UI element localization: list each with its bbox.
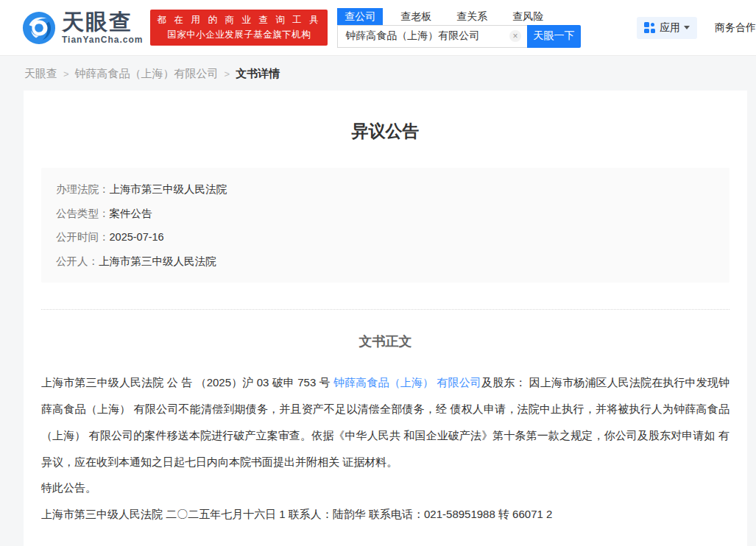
- search-tab-company[interactable]: 查公司: [337, 8, 383, 25]
- announcement-paragraph: 上海市第三中级人民法院 公 告 （2025）沪 03 破申 753 号 钟薛高食…: [41, 369, 729, 475]
- closing-line: 特此公告。: [41, 477, 729, 499]
- tianyancha-logo[interactable]: 天眼查 TianYanCha.com: [22, 11, 143, 45]
- document-title: 异议公告: [41, 120, 729, 143]
- search-tab-risk[interactable]: 查风险: [505, 8, 551, 25]
- search-input-wrap: ×: [337, 25, 527, 48]
- breadcrumb-company[interactable]: 钟薛高食品（上海）有限公司: [75, 67, 219, 81]
- brand-slogan-badge: 都 在 用 的 商 业 查 询 工 具 国家中小企业发展子基金旗下机构: [150, 10, 328, 46]
- breadcrumb-separator: >: [63, 68, 69, 79]
- info-row-type: 公告类型：案件公告: [56, 202, 715, 226]
- site-header: 天眼查 TianYanCha.com 都 在 用 的 商 业 查 询 工 具 国…: [0, 0, 756, 56]
- info-value: 上海市第三中级人民法院: [99, 255, 216, 267]
- chevron-down-icon: [684, 26, 690, 29]
- apps-dropdown[interactable]: 应用: [637, 17, 697, 39]
- breadcrumb-current: 文书详情: [236, 67, 280, 81]
- info-label: 办理法院：: [56, 183, 110, 195]
- company-link[interactable]: 钟薛高食品（上海） 有限公司: [333, 376, 481, 389]
- search-button[interactable]: 天眼一下: [527, 25, 581, 48]
- search-block: 查公司 查老板 查关系 查风险 × 天眼一下: [337, 8, 581, 48]
- breadcrumb-separator: >: [225, 68, 230, 79]
- apps-label: 应用: [660, 21, 680, 35]
- clear-icon[interactable]: ×: [509, 30, 521, 42]
- tianyancha-logo-icon: [22, 11, 56, 45]
- breadcrumb: 天眼查 > 钟薛高食品（上海）有限公司 > 文书详情: [0, 56, 756, 91]
- search-tab-relation[interactable]: 查关系: [449, 8, 495, 25]
- info-label: 公开时间：: [56, 231, 110, 243]
- apps-grid-icon: [644, 22, 655, 33]
- document-info-box: 办理法院：上海市第三中级人民法院 公告类型：案件公告 公开时间：2025-07-…: [41, 168, 729, 283]
- slogan-line-2: 国家中小企业发展子基金旗下机构: [157, 28, 321, 42]
- info-value: 2025-07-16: [110, 231, 164, 243]
- search-tabs: 查公司 查老板 查关系 查风险: [337, 8, 581, 25]
- body-section-title: 文书正文: [41, 333, 729, 350]
- info-label: 公开人：: [56, 255, 99, 267]
- info-value: 上海市第三中级人民法院: [110, 183, 227, 195]
- document-card: 异议公告 办理法院：上海市第三中级人民法院 公告类型：案件公告 公开时间：202…: [24, 91, 747, 546]
- search-tab-boss[interactable]: 查老板: [393, 8, 439, 25]
- info-row-publisher: 公开人：上海市第三中级人民法院: [56, 249, 715, 274]
- body-text-part1: 上海市第三中级人民法院 公 告 （2025）沪 03 破申 753 号: [41, 376, 333, 389]
- info-label: 公告类型：: [56, 208, 110, 219]
- search-input[interactable]: [345, 30, 509, 42]
- document-body: 上海市第三中级人民法院 公 告 （2025）沪 03 破申 753 号 钟薛高食…: [41, 369, 729, 525]
- info-value: 案件公告: [110, 208, 152, 219]
- info-row-court: 办理法院：上海市第三中级人民法院: [56, 177, 715, 202]
- info-row-date: 公开时间：2025-07-16: [56, 225, 715, 249]
- business-cooperation-link[interactable]: 商务合作: [715, 21, 756, 35]
- signature-line: 上海市第三中级人民法院 二〇二五年七月十六日 1 联系人：陆韵华 联系电话：02…: [41, 503, 729, 525]
- logo-domain-text: TianYanCha.com: [62, 35, 143, 44]
- slogan-line-1: 都 在 用 的 商 业 查 询 工 具: [157, 13, 321, 27]
- breadcrumb-home[interactable]: 天眼查: [24, 67, 57, 81]
- logo-brand-text: 天眼查: [62, 11, 143, 33]
- body-text-part2: 及股东： 因上海市杨浦区人民法院在执行中发现钟薛高食品（上海） 有限公司不能清偿…: [41, 376, 729, 468]
- dotted-divider: [41, 309, 729, 310]
